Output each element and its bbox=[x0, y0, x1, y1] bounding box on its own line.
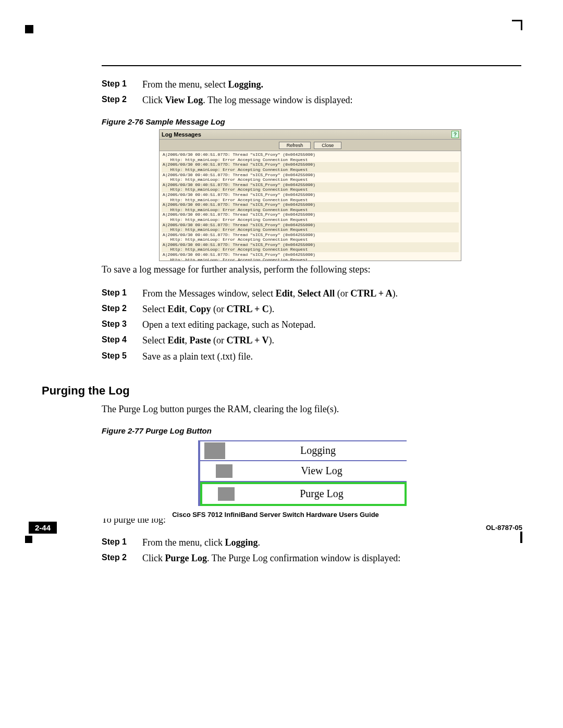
menu-label-purge-log: Purge Log bbox=[239, 488, 405, 500]
log-line: A|2005/09/30 09:40:51.077D: Thread "sICS… bbox=[162, 162, 459, 167]
step-text: Click Purge Log. The Purge Log confirmat… bbox=[142, 551, 400, 565]
log-body: A|2005/09/30 09:40:51.077D: Thread "sICS… bbox=[160, 151, 461, 261]
menu-row-purge-log[interactable]: Purge Log bbox=[200, 482, 407, 506]
log-line: A|2005/09/30 09:40:51.077D: Thread "sICS… bbox=[162, 223, 459, 228]
log-window-toolbar: Refresh Close bbox=[160, 140, 461, 151]
menu-row-logging[interactable]: Logging bbox=[200, 440, 407, 461]
help-icon[interactable]: ? bbox=[451, 131, 459, 138]
crop-mark-tr bbox=[512, 20, 522, 30]
steps-block-b: Step 1From the Messages window, select E… bbox=[102, 287, 521, 363]
log-window-title: Log Messages bbox=[162, 131, 201, 138]
log-line: Http: http_mainLoop: Error Accepting Con… bbox=[162, 257, 459, 261]
step-text: From the menu, select Logging. bbox=[142, 78, 263, 91]
step-label: Step 5 bbox=[102, 350, 142, 363]
menu-row-view-log[interactable]: View Log bbox=[200, 461, 407, 482]
step-text: From the menu, click Logging. bbox=[142, 536, 260, 549]
step-row: Step 1From the menu, click Logging. bbox=[102, 536, 521, 549]
step-label: Step 2 bbox=[102, 93, 142, 107]
log-line: A|2005/09/30 09:40:51.077D: Thread "sICS… bbox=[162, 212, 459, 217]
log-line: A|2005/09/30 09:40:51.077D: Thread "sICS… bbox=[162, 152, 459, 157]
log-line: Http: http_mainLoop: Error Accepting Con… bbox=[162, 177, 459, 182]
log-line: A|2005/09/30 09:40:51.077D: Thread "sICS… bbox=[162, 232, 459, 238]
step-row: Step 2Click Purge Log. The Purge Log con… bbox=[102, 551, 521, 565]
figure-76-window: Log Messages ? Refresh Close A|2005/09/3… bbox=[159, 129, 461, 261]
log-line: Http: http_mainLoop: Error Accepting Con… bbox=[162, 237, 459, 242]
crop-mark-br bbox=[520, 532, 522, 543]
steps-block-c: Step 1From the menu, click Logging.Step … bbox=[102, 536, 521, 565]
menu-label-view-log: View Log bbox=[237, 465, 407, 477]
log-line: Http: http_mainLoop: Error Accepting Con… bbox=[162, 217, 459, 223]
figure-77-menu: Logging View Log Purge Log bbox=[198, 438, 407, 508]
step-text: Select Edit, Paste (or CTRL + V). bbox=[142, 334, 274, 347]
menu-icon bbox=[216, 464, 232, 478]
step-text: From the Messages window, select Edit, S… bbox=[142, 287, 398, 300]
figure-77-caption: Figure 2-77 Purge Log Button bbox=[102, 426, 521, 435]
log-line: Http: http_mainLoop: Error Accepting Con… bbox=[162, 167, 459, 172]
after-fig76-text: To save a log message for further analys… bbox=[102, 264, 521, 275]
figure-76-caption: Figure 2-76 Sample Message Log bbox=[102, 117, 521, 126]
rule-top bbox=[102, 65, 521, 66]
crop-mark-tl bbox=[25, 25, 33, 33]
log-line: Http: http_mainLoop: Error Accepting Con… bbox=[162, 157, 459, 163]
step-label: Step 2 bbox=[102, 302, 142, 316]
log-line: A|2005/09/30 09:40:51.077D: Thread "sICS… bbox=[162, 192, 459, 198]
log-line: Http: http_mainLoop: Error Accepting Con… bbox=[162, 247, 459, 252]
menu-icon bbox=[204, 442, 225, 459]
step-label: Step 1 bbox=[102, 78, 142, 91]
step-label: Step 4 bbox=[102, 334, 142, 347]
doc-id: OL-8787-05 bbox=[486, 524, 522, 532]
step-text: Open a text editing package, such as Not… bbox=[142, 318, 315, 331]
close-button[interactable]: Close bbox=[314, 142, 341, 149]
step-text: Select Edit, Copy (or CTRL + C). bbox=[142, 302, 274, 316]
footer-doc-title: Cisco SFS 7012 InfiniBand Server Switch … bbox=[29, 511, 522, 519]
step-row: Step 2Select Edit, Copy (or CTRL + C). bbox=[102, 302, 521, 316]
log-line: A|2005/09/30 09:40:51.077D: Thread "sICS… bbox=[162, 252, 459, 257]
crop-mark-bl bbox=[25, 536, 32, 543]
section-purging-text: The Purge Log button purges the RAM, cle… bbox=[102, 403, 521, 416]
steps-block-a: Step 1From the menu, select Logging.Step… bbox=[102, 78, 521, 107]
step-text: Save as a plain text (.txt) file. bbox=[142, 350, 253, 363]
page-number-badge: 2-44 bbox=[29, 522, 57, 534]
step-label: Step 3 bbox=[102, 318, 142, 331]
menu-label-logging: Logging bbox=[229, 445, 407, 456]
log-line: A|2005/09/30 09:40:51.077D: Thread "sICS… bbox=[162, 202, 459, 207]
step-label: Step 1 bbox=[102, 287, 142, 300]
section-purging-heading: Purging the Log bbox=[42, 384, 521, 398]
step-row: Step 5Save as a plain text (.txt) file. bbox=[102, 350, 521, 363]
step-label: Step 1 bbox=[102, 536, 142, 549]
log-line: Http: http_mainLoop: Error Accepting Con… bbox=[162, 198, 459, 203]
log-line: Http: http_mainLoop: Error Accepting Con… bbox=[162, 207, 459, 213]
log-line: Http: http_mainLoop: Error Accepting Con… bbox=[162, 187, 459, 192]
step-row: Step 1From the menu, select Logging. bbox=[102, 78, 521, 91]
log-line: A|2005/09/30 09:40:51.077D: Thread "sICS… bbox=[162, 182, 459, 188]
step-label: Step 2 bbox=[102, 551, 142, 565]
log-line: A|2005/09/30 09:40:51.077D: Thread "sICS… bbox=[162, 242, 459, 248]
log-line: A|2005/09/30 09:40:51.077D: Thread "sICS… bbox=[162, 172, 459, 178]
log-line: Http: http_mainLoop: Error Accepting Con… bbox=[162, 227, 459, 232]
step-row: Step 4Select Edit, Paste (or CTRL + V). bbox=[102, 334, 521, 347]
step-text: Click View Log. The log message window i… bbox=[142, 93, 352, 107]
step-row: Step 2Click View Log. The log message wi… bbox=[102, 93, 521, 107]
step-row: Step 1From the Messages window, select E… bbox=[102, 287, 521, 300]
page-footer: Cisco SFS 7012 InfiniBand Server Switch … bbox=[29, 516, 522, 534]
step-row: Step 3Open a text editing package, such … bbox=[102, 318, 521, 331]
log-window-titlebar: Log Messages ? bbox=[160, 130, 461, 140]
menu-icon bbox=[218, 487, 235, 501]
refresh-button[interactable]: Refresh bbox=[279, 142, 311, 149]
